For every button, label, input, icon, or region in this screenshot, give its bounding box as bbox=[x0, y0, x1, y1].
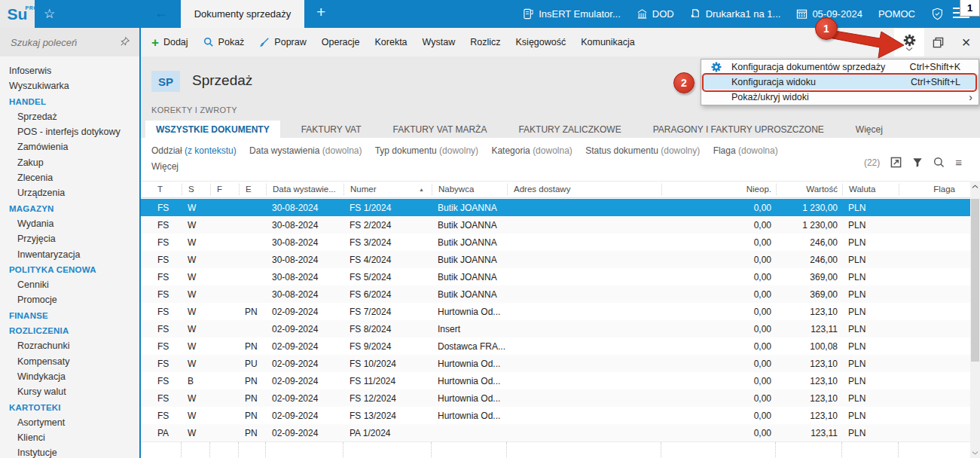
list-options-icon[interactable]: ≡ bbox=[955, 156, 962, 169]
accounting-menu[interactable]: Księgowość bbox=[508, 28, 574, 56]
col-s[interactable]: S bbox=[182, 184, 210, 195]
col-t[interactable]: T bbox=[151, 184, 182, 195]
col-nieop[interactable]: Nieop. bbox=[661, 184, 776, 195]
close-button[interactable]: × bbox=[952, 28, 980, 56]
tab-paragony[interactable]: PARAGONY I FAKTURY UPROSZCZONE bbox=[643, 121, 835, 138]
communication-menu[interactable]: Komunikacja bbox=[573, 28, 643, 56]
building-icon bbox=[637, 8, 648, 20]
col-e[interactable]: E bbox=[239, 184, 266, 195]
col-waluta[interactable]: Waluta bbox=[842, 184, 899, 195]
sidebar-item-zakup[interactable]: Zakup bbox=[0, 155, 139, 170]
tab-faktury-zaliczkowe[interactable]: FAKTURY ZALICZKOWE bbox=[508, 121, 631, 138]
back-arrow-icon[interactable]: ← bbox=[154, 5, 168, 21]
section-label[interactable]: KOREKTY I ZWROTY bbox=[151, 105, 237, 114]
col-wartosc[interactable]: Wartość bbox=[776, 184, 842, 195]
table-row[interactable]: FS W PN 02-09-2024 FS 12/2024 Hurtownia … bbox=[141, 389, 970, 407]
col-adres-dostawy[interactable]: Adres dostawy bbox=[507, 184, 661, 195]
sidebar-item-rozrachunki[interactable]: Rozrachunki bbox=[0, 338, 139, 353]
scroll-down-icon[interactable] bbox=[970, 447, 980, 458]
branch-status[interactable]: DOD bbox=[637, 8, 674, 20]
tab-wszystkie-dokumenty[interactable]: WSZYSTKIE DOKUMENTY bbox=[145, 121, 280, 138]
scrollbar-thumb[interactable] bbox=[971, 199, 979, 362]
table-row[interactable]: FS W 30-08-2024 FS 5/2024 Butik JOANNA 0… bbox=[141, 268, 970, 285]
sidebar-item-infoserwis[interactable]: Infoserwis bbox=[0, 63, 139, 78]
filter-data-wystawienia[interactable]: Data wystawienia (dowolna) bbox=[249, 145, 362, 156]
security-shield-icon[interactable] bbox=[931, 8, 944, 20]
table-row[interactable]: FS W 30-08-2024 FS 1/2024 Butik JOANNA 0… bbox=[141, 199, 970, 216]
scroll-up-icon[interactable] bbox=[970, 181, 980, 191]
search-input[interactable] bbox=[0, 37, 113, 48]
table-row[interactable]: FS W 02-09-2024 FS 8/2024 Insert 0,00 12… bbox=[141, 320, 970, 337]
edit-button[interactable]: Popraw bbox=[252, 28, 313, 56]
sidebar-item-wydania[interactable]: Wydania bbox=[0, 216, 139, 231]
filter-oddzial[interactable]: Oddział (z kontekstu) bbox=[151, 145, 237, 156]
table-row[interactable]: FS W PN 02-09-2024 FS 13/2024 Hurtownia … bbox=[141, 407, 970, 424]
sidebar-section-polityka-cenowa[interactable]: POLITYKA CENOWA bbox=[0, 262, 139, 277]
filter-typ-dokumentu[interactable]: Typ dokumentu (dowolny) bbox=[375, 145, 478, 156]
favorites-star-icon[interactable]: ☆ bbox=[44, 6, 55, 22]
sidebar-item-inwentaryzacja[interactable]: Inwentaryzacja bbox=[0, 247, 139, 262]
sidebar-item-cenniki[interactable]: Cenniki bbox=[0, 277, 139, 292]
sidebar-item-zlecenia[interactable]: Zlecenia bbox=[0, 170, 139, 185]
sidebar-item-kompensaty[interactable]: Kompensaty bbox=[0, 354, 139, 369]
table-row[interactable]: FS W 30-08-2024 FS 2/2024 Butik JOANNA 0… bbox=[141, 216, 970, 234]
sidebar-item-windykacja[interactable]: Windykacja bbox=[0, 369, 139, 384]
add-button[interactable]: +Dodaj bbox=[141, 28, 196, 56]
sidebar-item-klienci[interactable]: Klienci bbox=[0, 430, 139, 445]
search-rows-icon[interactable] bbox=[933, 157, 945, 168]
tab-faktury-vat[interactable]: FAKTURY VAT bbox=[291, 121, 372, 138]
vertical-scrollbar[interactable] bbox=[970, 181, 980, 458]
filter-status-dokumentu[interactable]: Status dokumentu (dowolny) bbox=[585, 145, 700, 156]
sidebar-section-rozliczenia[interactable]: ROZLICZENIA bbox=[0, 323, 139, 338]
open-in-window-icon[interactable] bbox=[890, 157, 902, 168]
sidebar-item-asortyment[interactable]: Asortyment bbox=[0, 415, 139, 430]
settle-menu[interactable]: Rozlicz bbox=[463, 28, 508, 56]
col-f[interactable]: F bbox=[210, 184, 239, 195]
table-row[interactable]: FS B PN 02-09-2024 FS 11/2024 Hurtownia … bbox=[141, 372, 970, 389]
sidebar-item-promocje[interactable]: Promocje bbox=[0, 292, 139, 307]
sidebar-item-zamowienia[interactable]: Zamówienia bbox=[0, 139, 139, 154]
filter-funnel-icon[interactable] bbox=[912, 157, 923, 168]
table-row[interactable]: FS W 30-08-2024 FS 6/2024 Butik JOANNA 0… bbox=[141, 285, 970, 303]
table-row[interactable]: FS W PU 02-09-2024 FS 10/2024 Hurtownia … bbox=[141, 355, 970, 372]
col-flaga[interactable]: Flaga bbox=[899, 184, 970, 195]
help-menu[interactable]: POMOC bbox=[878, 8, 915, 20]
col-data-wystawienia[interactable]: Data wystawie... bbox=[266, 184, 343, 195]
table-row[interactable]: FS W PN 02-09-2024 FS 9/2024 Dostawca FR… bbox=[141, 337, 970, 355]
restore-window-button[interactable] bbox=[924, 28, 952, 56]
emulator-status[interactable]: InsERT Emulator... bbox=[523, 8, 621, 20]
pin-icon[interactable] bbox=[120, 36, 130, 47]
table-row[interactable]: FS W 30-08-2024 FS 3/2024 Butik JOANNA 0… bbox=[141, 234, 970, 251]
sidebar-section-kartoteki[interactable]: KARTOTEKI bbox=[0, 400, 139, 415]
filter-flaga[interactable]: Flaga (dowolna) bbox=[713, 145, 778, 156]
col-numer[interactable]: Numer▲ bbox=[343, 184, 432, 195]
sidebar-item-urzadzenia[interactable]: Urządzenia bbox=[0, 185, 139, 200]
correction-menu[interactable]: Korekta bbox=[367, 28, 414, 56]
filters-more[interactable]: Więcej bbox=[151, 161, 179, 172]
sidebar-item-sprzedaz[interactable]: Sprzedaż bbox=[0, 109, 139, 124]
show-button[interactable]: Pokaż bbox=[196, 28, 252, 56]
filter-kategoria[interactable]: Kategoria (dowolna) bbox=[491, 145, 572, 156]
tab-faktury-vat-marza[interactable]: FAKTURY VAT MARŻA bbox=[382, 121, 497, 138]
new-tab-button[interactable]: + bbox=[316, 3, 325, 21]
menu-item-pokaz-ukryj-widoki[interactable]: Pokaż/ukryj widoki › bbox=[701, 90, 978, 105]
sidebar-item-pos[interactable]: POS - interfejs dotykowy bbox=[0, 124, 139, 139]
operations-menu[interactable]: Operacje bbox=[314, 28, 368, 56]
table-row[interactable]: FS W 30-08-2024 FS 4/2024 Butik JOANNA 0… bbox=[141, 251, 970, 268]
app-logo[interactable]: SuPRO bbox=[0, 0, 35, 28]
col-nabywca[interactable]: Nabywca bbox=[432, 184, 507, 195]
tab-wiecej[interactable]: Więcej bbox=[845, 121, 893, 138]
brush-icon bbox=[259, 37, 270, 47]
sidebar-section-magazyn[interactable]: MAGAZYN bbox=[0, 201, 139, 216]
table-row[interactable]: FS W PN 02-09-2024 FS 7/2024 Hurtownia O… bbox=[141, 303, 970, 320]
sidebar-item-kursy-walut[interactable]: Kursy walut bbox=[0, 384, 139, 399]
sidebar-item-przyjecia[interactable]: Przyjęcia bbox=[0, 231, 139, 246]
sidebar-item-instytucje[interactable]: Instytucje bbox=[0, 445, 139, 458]
sidebar-item-wyszukiwarka[interactable]: Wyszukiwarka bbox=[0, 78, 139, 93]
sidebar-section-finanse[interactable]: FINANSE bbox=[0, 308, 139, 323]
issue-menu[interactable]: Wystaw bbox=[415, 28, 463, 56]
printer-status[interactable]: Drukarka1 na 1... bbox=[690, 8, 781, 20]
sidebar-section-handel[interactable]: HANDEL bbox=[0, 94, 139, 109]
table-row[interactable]: PA W PN 02-09-2024 PA 1/2024 0,00 123,11… bbox=[141, 424, 970, 441]
document-tab[interactable]: Dokumenty sprzedaży bbox=[181, 0, 304, 28]
